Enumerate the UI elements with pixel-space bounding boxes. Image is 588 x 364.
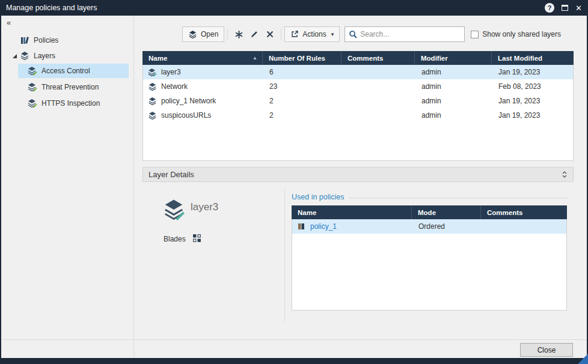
actions-icon: [290, 30, 299, 38]
column-header-mode[interactable]: Mode: [412, 205, 481, 219]
open-layers-icon: [188, 30, 197, 39]
tree-expander-icon[interactable]: [12, 53, 20, 59]
modifier-cell: admin: [415, 82, 492, 91]
sidebar-item-threat-prevention[interactable]: Threat Prevention: [18, 80, 129, 94]
search-box[interactable]: [345, 26, 465, 42]
collapse-panel-icon[interactable]: [562, 171, 568, 178]
chevron-down-icon: ▾: [331, 31, 334, 37]
dialog-body: « Policies Layers: [1, 16, 587, 358]
rules-count: 23: [263, 82, 342, 91]
layer-name: policy_1 Network: [161, 97, 216, 105]
delete-layer-button[interactable]: [262, 26, 278, 42]
table-row-suspicousurls[interactable]: suspicousURLs 2 admin Jan 19, 2023: [143, 108, 573, 123]
mode-cell: Ordered: [412, 222, 482, 231]
used-in-policies-title: Used in policies: [292, 193, 345, 201]
sidebar-item-access-control[interactable]: Access Control: [18, 64, 129, 78]
details-vertical-divider: [284, 189, 285, 323]
column-header-comments[interactable]: Comments: [341, 51, 415, 65]
sidebar-item-label: Access Control: [41, 67, 90, 75]
edit-layer-button[interactable]: [247, 26, 262, 42]
last-modified-cell: Jan 19, 2023: [492, 111, 573, 120]
last-modified-cell: Jan 19, 2023: [492, 97, 573, 105]
layer-details-bar[interactable]: Layer Details: [142, 167, 574, 182]
actions-button-label: Actions: [302, 30, 326, 38]
sidebar-item-policies[interactable]: Policies: [1, 32, 133, 48]
table-row-network[interactable]: Network 23 admin Feb 08, 2023: [143, 79, 573, 94]
modifier-cell: admin: [415, 97, 492, 105]
access-control-layer-icon: [28, 66, 37, 76]
layer-icon: [148, 82, 157, 91]
toolbar-separator: [281, 29, 281, 40]
sidebar-item-label: Policies: [34, 36, 58, 44]
sort-asc-icon: ▲: [253, 55, 257, 61]
search-icon: [349, 30, 357, 38]
toolbar-separator: [227, 29, 228, 40]
layer-name: suspicousURLs: [161, 111, 211, 120]
rules-count: 6: [263, 68, 342, 76]
footer-divider: [1, 339, 587, 340]
column-header-name[interactable]: Name: [292, 205, 412, 219]
search-input[interactable]: [360, 30, 461, 38]
manage-policies-layers-dialog: Manage policies and layers ? ✕ « Policie…: [0, 0, 588, 364]
open-button[interactable]: Open: [182, 26, 224, 42]
blades-grid-icon[interactable]: [192, 234, 201, 243]
sidebar-item-label: Threat Prevention: [41, 83, 99, 91]
navigation-tree: Policies Layers Access Control: [1, 32, 133, 112]
layer-icon: [148, 97, 157, 106]
layer-name: Network: [161, 82, 188, 91]
column-header-modifier[interactable]: Modifier: [415, 51, 492, 65]
layer-name: layer3: [161, 68, 181, 76]
policy-link[interactable]: policy_1: [310, 222, 337, 231]
open-button-label: Open: [201, 30, 218, 38]
layer-details-panel: layer3 Blades Used in policies Name Mode: [142, 182, 574, 329]
modifier-cell: admin: [415, 111, 492, 120]
table-row-policy1-network[interactable]: policy_1 Network 2 admin Jan 19, 2023: [143, 94, 573, 108]
new-layer-button[interactable]: [231, 26, 247, 42]
layer-details-title: Layer Details: [149, 170, 194, 179]
used-in-policies-body: policy_1 Ordered: [292, 219, 567, 311]
table-row-policy1[interactable]: policy_1 Ordered: [292, 219, 566, 234]
shared-layer-icon: [148, 68, 157, 77]
column-header-last-modified[interactable]: Last Modified: [492, 51, 574, 65]
modifier-cell: admin: [415, 68, 492, 76]
policies-icon: [20, 35, 29, 45]
rules-count: 2: [263, 97, 342, 105]
close-button[interactable]: Close: [520, 343, 573, 357]
toolbar: Open Actions ▾: [182, 26, 575, 43]
sidebar-item-label: HTTPS Inspection: [41, 99, 100, 108]
column-header-comments[interactable]: Comments: [481, 205, 567, 219]
help-icon[interactable]: ?: [545, 3, 554, 13]
blades-label: Blades: [164, 235, 186, 243]
main-content: Open Actions ▾: [141, 16, 575, 358]
rules-count: 2: [263, 111, 342, 120]
used-in-policies-table: Name Mode Comments policy_1: [292, 205, 567, 311]
close-icon[interactable]: ✕: [575, 4, 582, 12]
layer-icon: [148, 111, 157, 120]
layer-large-icon: [162, 198, 185, 221]
layers-table-body: layer3 6 admin Jan 19, 2023 Network: [142, 65, 574, 161]
titlebar: Manage policies and layers ? ✕: [0, 0, 588, 16]
selected-layer-name: layer3: [191, 201, 218, 213]
policy-icon: [297, 222, 306, 231]
column-header-name[interactable]: Name ▲: [142, 51, 263, 65]
show-shared-layers-label: Show only shared layers: [482, 30, 561, 38]
window-title: Manage policies and layers: [6, 4, 97, 12]
sidebar-item-layers[interactable]: Layers: [1, 48, 133, 64]
used-in-policies-header: Name Mode Comments: [292, 205, 567, 219]
actions-button[interactable]: Actions ▾: [284, 26, 340, 42]
layers-table-header: Name ▲ Number Of Rules Comments Modifier…: [142, 51, 574, 65]
used-in-policies-section: Used in policies Name Mode Comments: [292, 193, 568, 311]
last-modified-cell: Feb 08, 2023: [492, 82, 573, 91]
maximize-icon[interactable]: [562, 5, 568, 11]
show-shared-layers-group: Show only shared layers: [471, 30, 561, 38]
sidebar-item-https-inspection[interactable]: HTTPS Inspection: [18, 96, 129, 111]
show-shared-layers-checkbox[interactable]: [471, 31, 479, 38]
column-header-rules[interactable]: Number Of Rules: [263, 51, 341, 65]
sidebar-item-label: Layers: [34, 52, 55, 60]
collapse-sidebar-icon[interactable]: «: [7, 18, 11, 27]
dotted-divider: [349, 198, 568, 198]
https-inspection-layer-icon: [28, 99, 37, 108]
layers-table: Name ▲ Number Of Rules Comments Modifier…: [142, 51, 574, 161]
last-modified-cell: Jan 19, 2023: [492, 68, 573, 76]
table-row-layer3[interactable]: layer3 6 admin Jan 19, 2023: [143, 65, 573, 79]
